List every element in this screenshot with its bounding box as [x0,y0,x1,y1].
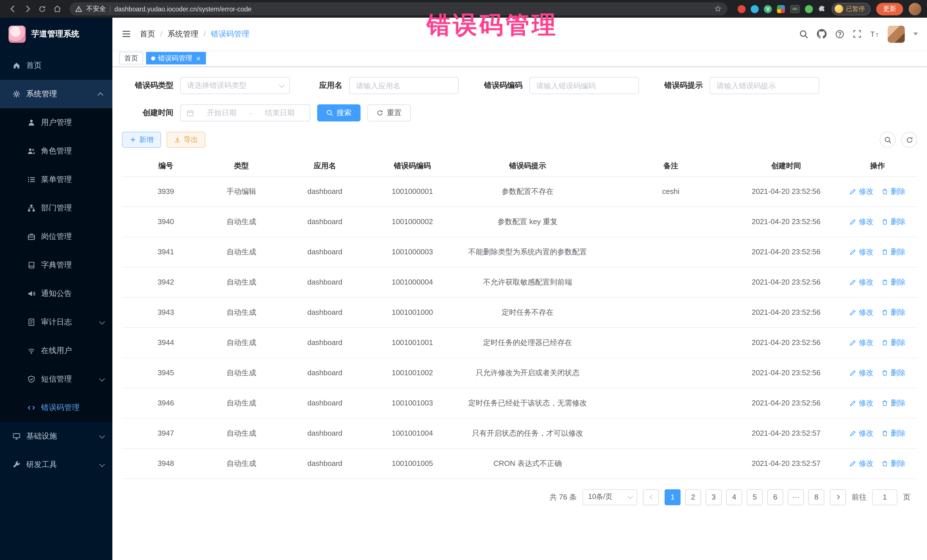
search-icon[interactable] [799,29,808,38]
refresh-table-button[interactable] [901,132,917,148]
edit-link[interactable]: 修改 [850,398,874,408]
reload-icon[interactable] [35,2,49,16]
page-button-2[interactable]: 2 [685,489,701,505]
goto-page-input[interactable] [872,489,897,505]
back-icon[interactable] [6,2,20,16]
caret-down-icon[interactable] [913,32,918,35]
search-button[interactable]: 搜索 [317,104,360,121]
sidebar-item-dict-management[interactable]: 字典管理 [0,251,112,279]
hamburger-icon[interactable] [122,29,131,39]
sidebar-item-system-management[interactable]: 系统管理 [0,80,112,108]
sidebar-item-home[interactable]: 首页 [0,51,112,80]
github-icon[interactable] [817,29,827,39]
breadcrumb-item-error-code-management[interactable]: 错误码管理 [211,29,249,39]
toggle-search-button[interactable] [880,132,896,148]
delete-link[interactable]: 删除 [881,216,906,227]
sidebar-item-error-code-management[interactable]: 错误码管理 [0,393,112,422]
browser-profile-avatar[interactable] [909,3,921,15]
edit-link[interactable]: 修改 [850,367,874,378]
delete-icon [881,309,889,316]
edit-link[interactable]: 修改 [850,458,874,469]
delete-icon [881,279,889,285]
page-button-4[interactable]: 4 [726,489,742,505]
reset-button[interactable]: 重置 [368,104,411,121]
error-code-input[interactable] [529,77,639,94]
page-button-8[interactable]: 8 [808,489,824,505]
breadcrumb-item-system-management[interactable]: 系统管理 [168,29,199,39]
error-hint-input[interactable] [710,77,819,94]
sidebar-item-audit-log[interactable]: 审计日志 [0,308,112,337]
sidebar-item-user-management[interactable]: 用户管理 [0,108,112,137]
dev-tools-icon [12,461,21,469]
edit-link[interactable]: 修改 [850,428,874,438]
close-tab-icon[interactable]: × [196,55,201,62]
browser-update-button[interactable]: 更新 [876,3,903,15]
edit-link[interactable]: 修改 [850,307,874,317]
sidebar-item-role-management[interactable]: 角色管理 [0,137,112,165]
more-pages-button[interactable]: ··· [788,489,804,505]
next-page-button[interactable] [830,489,846,505]
delete-link[interactable]: 删除 [881,277,906,287]
tab-home[interactable]: 首页 [119,52,143,64]
table-row: 3945自动生成dashboard1001001002只允许修改为开启或者关闭状… [122,358,917,388]
delete-link[interactable]: 删除 [881,186,906,196]
edit-link[interactable]: 修改 [850,247,874,257]
delete-link[interactable]: 删除 [881,367,906,378]
sidebar-item-notice-announcement[interactable]: 通知公告 [0,279,112,308]
tab-error-code[interactable]: 错误码管理× [146,52,206,64]
home-icon[interactable] [50,2,64,16]
page-button-5[interactable]: 5 [747,489,763,505]
bookmark-star-icon[interactable] [714,5,722,12]
cell-created: 2021-04-20 23:52:56 [734,388,838,418]
delete-link[interactable]: 删除 [881,398,906,408]
edit-link[interactable]: 修改 [850,186,874,196]
sidebar-item-post-management[interactable]: 岗位管理 [0,222,112,251]
edit-link-label: 修改 [859,458,874,469]
delete-link-label: 删除 [891,277,906,287]
sidebar-item-menu-management[interactable]: 菜单管理 [0,165,112,194]
delete-link[interactable]: 删除 [881,458,906,469]
colorful-grid-extension-icon[interactable] [777,5,785,13]
breadcrumb-item-home[interactable]: 首页 [140,29,155,39]
delete-link[interactable]: 删除 [881,337,906,348]
create-time-range-picker[interactable]: 开始日期 - 结束日期 [180,104,310,121]
puzzle-extension-icon[interactable] [818,5,826,13]
fullscreen-icon[interactable] [853,30,862,38]
app-logo[interactable]: 芋道管理系统 [0,18,112,50]
user-avatar[interactable] [887,25,905,42]
delete-link[interactable]: 删除 [881,247,906,257]
switch-on-extension-icon[interactable]: on [790,5,800,13]
page-button-3[interactable]: 3 [706,489,722,505]
green-extension-icon[interactable] [805,5,813,13]
sidebar-item-infrastructure[interactable]: 基础设施 [0,422,112,451]
blue-drop-extension-icon[interactable] [751,5,759,13]
address-bar[interactable]: 不安全 dashboard.yudao.iocoder.cn/system/er… [70,2,727,15]
sidebar-item-label: 用户管理 [41,117,72,128]
app-name-input[interactable] [349,77,459,94]
help-icon[interactable] [835,29,844,38]
sidebar-item-sms-management[interactable]: 短信管理 [0,365,112,393]
edit-link[interactable]: 修改 [850,337,874,348]
sidebar-item-online-user[interactable]: 在线用户 [0,337,112,365]
delete-link[interactable]: 删除 [881,307,906,317]
page-button-6[interactable]: 6 [767,489,783,505]
sidebar-item-dev-tools[interactable]: 研发工具 [0,451,112,479]
export-button[interactable]: 导出 [167,132,205,148]
delete-link[interactable]: 删除 [881,428,906,438]
paused-extension-badge[interactable]: 已暂停 [832,3,871,15]
prev-page-button[interactable] [643,489,659,505]
cell-hint: 定时任务的处理器已经存在 [448,327,607,358]
edit-link[interactable]: 修改 [850,216,874,227]
edit-link[interactable]: 修改 [850,277,874,287]
page-button-1[interactable]: 1 [664,489,681,505]
red-circle-extension-icon[interactable] [738,5,746,13]
forward-icon[interactable] [21,2,34,16]
sidebar-item-dept-management[interactable]: 部门管理 [0,194,112,222]
plus-icon [129,136,136,143]
add-button[interactable]: 新增 [122,132,161,148]
font-size-icon[interactable]: TT [870,29,879,38]
page-size-select[interactable]: 10条/页 [582,489,637,505]
error-type-select[interactable]: 请选择错误码类型 [180,77,290,94]
vue-devtools-extension-icon[interactable]: V [764,5,772,13]
cell-hint: CRON 表达式不正确 [448,448,607,478]
